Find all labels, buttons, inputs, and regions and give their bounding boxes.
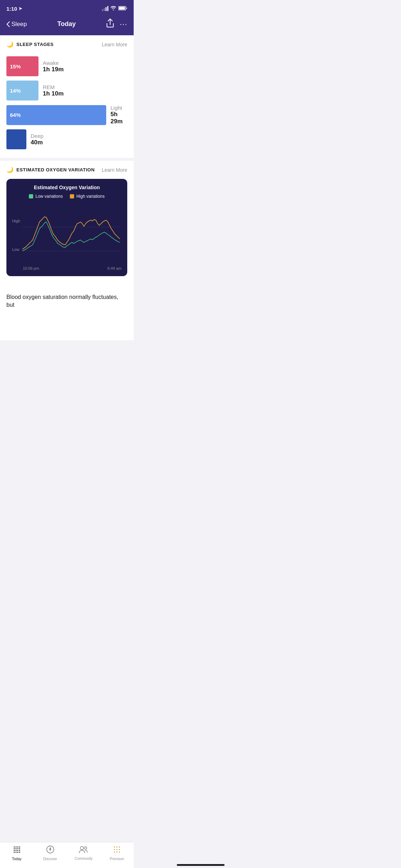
battery-icon <box>118 5 127 12</box>
rem-name: REM <box>43 84 64 90</box>
chart-time-row: 10:06 pm 6:44 am <box>12 266 122 270</box>
awake-name: Awake <box>43 60 64 66</box>
deep-time: 40m <box>31 139 43 146</box>
wifi-icon <box>110 6 116 11</box>
svg-rect-1 <box>119 7 125 10</box>
legend-high-label: High variations <box>76 194 104 199</box>
light-name: Light <box>110 105 127 111</box>
deep-bar-container <box>6 129 26 149</box>
deep-bar <box>6 129 26 149</box>
legend-high-dot <box>70 194 74 198</box>
chart-wrapper: High Low 10:06 pm 6:44 am <box>12 203 122 270</box>
rem-info: REM 1h 10m <box>43 84 64 97</box>
oxygen-chart-container: Estimated Oxygen Variation Low variation… <box>6 179 127 276</box>
main-content: 🌙 SLEEP STAGES Learn More 15% Awake 1h 1… <box>0 35 134 340</box>
oxygen-variation-section: 🌙 ESTIMATED OXYGEN VARIATION Learn More … <box>0 161 134 288</box>
rem-time: 1h 10m <box>43 90 64 97</box>
light-info: Light 5h 29m <box>110 105 127 125</box>
stage-row-deep: Deep 40m <box>6 129 127 149</box>
stage-row-light: 64% Light 5h 29m <box>6 105 127 125</box>
sleep-stages-title-row: 🌙 SLEEP STAGES <box>6 41 54 48</box>
status-icons <box>102 5 127 12</box>
light-time: 5h 29m <box>110 111 127 125</box>
sleep-stages-section: 🌙 SLEEP STAGES Learn More 15% Awake 1h 1… <box>0 35 134 158</box>
awake-bar-container: 15% <box>6 56 38 76</box>
light-bar-container: 64% <box>6 105 106 125</box>
nav-actions: ··· <box>106 19 127 30</box>
oxygen-title-row: 🌙 ESTIMATED OXYGEN VARIATION <box>6 166 95 173</box>
oxygen-chart-svg <box>12 203 122 265</box>
location-icon: ➤ <box>19 6 22 11</box>
sleep-stages-title: SLEEP STAGES <box>16 42 54 47</box>
oxygen-variation-header: 🌙 ESTIMATED OXYGEN VARIATION Learn More <box>6 166 127 173</box>
rem-pct: 14% <box>10 88 21 94</box>
page-title: Today <box>57 20 76 28</box>
low-variations-line <box>22 222 120 251</box>
back-button[interactable]: Sleep <box>6 21 27 28</box>
legend-low-label: Low variations <box>35 194 63 199</box>
svg-rect-2 <box>126 7 127 9</box>
chart-legend: Low variations High variations <box>12 194 122 199</box>
sleep-stages-header: 🌙 SLEEP STAGES Learn More <box>6 41 127 48</box>
light-bar: 64% <box>6 105 106 125</box>
awake-pct: 15% <box>10 63 21 69</box>
rem-bar-container: 14% <box>6 81 38 100</box>
nav-bar: Sleep Today ··· <box>0 16 134 35</box>
legend-high: High variations <box>70 194 104 199</box>
oxygen-title: ESTIMATED OXYGEN VARIATION <box>16 167 95 172</box>
description-text: Blood oxygen saturation normally fluctua… <box>0 288 134 312</box>
awake-bar: 15% <box>6 56 38 76</box>
share-button[interactable] <box>106 19 114 30</box>
chart-title: Estimated Oxygen Variation <box>12 185 122 190</box>
rem-bar: 14% <box>6 81 38 100</box>
deep-info: Deep 40m <box>31 133 43 146</box>
awake-time: 1h 19m <box>43 66 64 73</box>
chart-time-start: 10:06 pm <box>23 266 39 270</box>
section-divider-1 <box>0 158 134 161</box>
status-time: 1:10 ➤ <box>6 6 22 12</box>
awake-info: Awake 1h 19m <box>43 60 64 73</box>
legend-low: Low variations <box>29 194 63 199</box>
stage-row-rem: 14% REM 1h 10m <box>6 81 127 100</box>
back-label: Sleep <box>11 21 27 28</box>
stage-row-awake: 15% Awake 1h 19m <box>6 56 127 76</box>
more-button[interactable]: ··· <box>120 20 127 29</box>
sleep-stages-list: 15% Awake 1h 19m 14% REM 1h 10m <box>6 53 127 152</box>
deep-name: Deep <box>31 133 43 139</box>
high-variations-line <box>22 217 120 249</box>
y-label-low: Low <box>12 247 20 252</box>
sleep-moon-icon: 🌙 <box>6 41 14 48</box>
sleep-learn-more[interactable]: Learn More <box>102 42 127 47</box>
y-label-high: High <box>12 219 20 223</box>
status-bar: 1:10 ➤ <box>0 0 134 16</box>
oxygen-learn-more[interactable]: Learn More <box>102 167 127 173</box>
chart-time-end: 6:44 am <box>107 266 122 270</box>
oxygen-moon-icon: 🌙 <box>6 166 14 173</box>
time-display: 1:10 <box>6 6 17 12</box>
signal-icon <box>102 6 108 11</box>
y-axis-labels: High Low <box>12 203 20 267</box>
light-pct: 64% <box>10 112 21 118</box>
legend-low-dot <box>29 194 33 198</box>
